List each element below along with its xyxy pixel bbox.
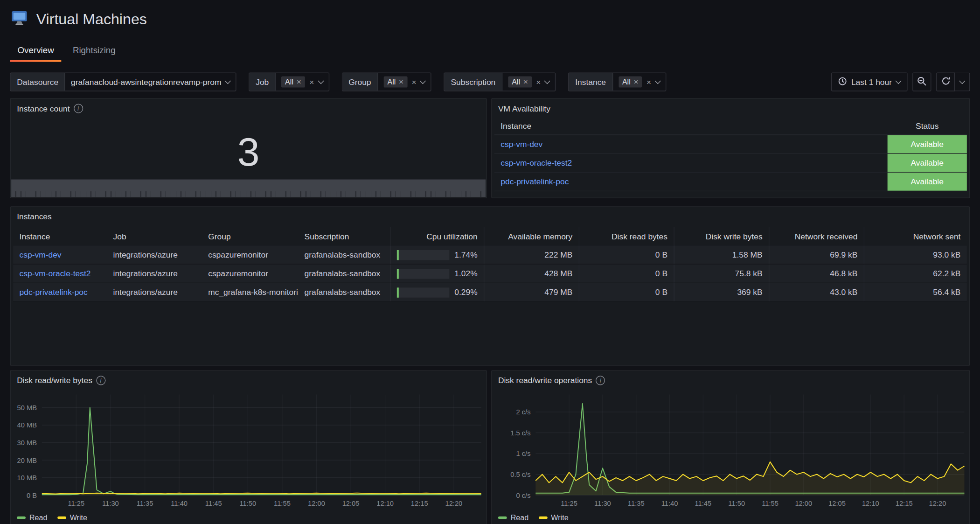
filter-value-chip[interactable]: All × xyxy=(383,76,407,88)
clear-icon[interactable]: × xyxy=(412,78,417,86)
clear-icon[interactable]: × xyxy=(536,78,541,86)
table-header-row: Instance Status xyxy=(494,118,967,135)
clear-icon[interactable]: × xyxy=(646,78,651,86)
tab-overview[interactable]: Overview xyxy=(10,41,61,62)
panel-title[interactable]: Disk read/write bytes xyxy=(17,376,92,385)
legend-item-read[interactable]: Read xyxy=(17,513,47,522)
cpu-bar-fill xyxy=(397,287,399,297)
column-header-instance[interactable]: Instance xyxy=(13,227,107,245)
instance-count-value: 3 xyxy=(11,125,487,179)
refresh-interval-dropdown[interactable] xyxy=(955,72,970,91)
column-header-net-received[interactable]: Network received xyxy=(769,227,864,245)
panel-title[interactable]: VM Availability xyxy=(498,104,550,113)
refresh-icon xyxy=(941,76,950,87)
job-filter[interactable]: Job All × × xyxy=(249,72,329,91)
page-title: Virtual Machines xyxy=(36,11,147,28)
chart-legend: Read Write xyxy=(17,513,87,522)
column-header-group[interactable]: Group xyxy=(202,227,298,245)
svg-text:12:15: 12:15 xyxy=(896,500,913,507)
filter-value-chip[interactable]: All × xyxy=(619,76,642,88)
info-icon[interactable]: i xyxy=(74,104,83,113)
svg-text:20 MB: 20 MB xyxy=(17,457,37,464)
subscription-filter-label: Subscription xyxy=(445,73,502,91)
dashboard-controls: Datasource grafanacloud-awsintegrationre… xyxy=(10,72,970,91)
status-badge: Available xyxy=(888,173,967,191)
column-header-cpu[interactable]: Cpu utilization xyxy=(390,227,484,245)
cell-subscription: grafanalabs-sandbox xyxy=(298,265,390,283)
status-badge: Available xyxy=(888,135,967,153)
subscription-filter[interactable]: Subscription All × × xyxy=(444,72,556,91)
instances-table: Instance Job Group Subscription Cpu util… xyxy=(13,227,967,302)
table-row: pdc-privatelink-poc integrations/azure m… xyxy=(13,283,967,302)
cell-disk-write: 75.8 kB xyxy=(674,265,769,283)
svg-text:12:10: 12:10 xyxy=(862,500,879,507)
panel-disk-bytes: Disk read/write bytes i 50 MB40 MB30 MB2… xyxy=(10,370,487,524)
remove-value-icon[interactable]: × xyxy=(297,78,301,86)
disk-ops-chart[interactable]: 2 c/s1.5 c/s1 c/s0.5 c/s0 c/s11:2511:301… xyxy=(497,390,964,510)
cell-disk-write: 1.58 MB xyxy=(674,246,769,264)
instance-link[interactable]: csp-vm-dev xyxy=(20,250,62,259)
cell-net-received: 69.9 kB xyxy=(769,246,864,264)
time-range-picker[interactable]: Last 1 hour xyxy=(831,72,908,91)
info-icon[interactable]: i xyxy=(96,376,105,385)
instance-filter-label: Instance xyxy=(569,73,613,91)
legend-item-write[interactable]: Write xyxy=(539,513,569,522)
legend-label: Write xyxy=(551,513,568,522)
instance-link[interactable]: pdc-privatelink-poc xyxy=(20,287,88,297)
vm-availability-table: Instance Status csp-vm-dev Available csp… xyxy=(494,118,967,191)
info-icon[interactable]: i xyxy=(596,376,605,385)
zoom-out-button[interactable] xyxy=(912,72,931,91)
column-header-job[interactable]: Job xyxy=(107,227,202,245)
column-header-status[interactable]: Status xyxy=(888,121,967,131)
svg-text:11:40: 11:40 xyxy=(661,500,678,507)
svg-text:10 MB: 10 MB xyxy=(17,474,37,482)
filter-value: All xyxy=(512,77,520,86)
svg-text:11:35: 11:35 xyxy=(628,500,645,507)
remove-value-icon[interactable]: × xyxy=(633,78,638,86)
filter-value-chip[interactable]: All × xyxy=(281,76,305,88)
legend-item-read[interactable]: Read xyxy=(498,513,528,522)
filter-value-chip[interactable]: All × xyxy=(508,76,532,88)
cell-disk-read: 0 B xyxy=(579,265,674,283)
cell-net-sent: 62.2 kB xyxy=(864,265,967,283)
chevron-down-icon xyxy=(895,78,901,84)
instance-link[interactable]: csp-vm-oracle-test2 xyxy=(20,269,91,278)
svg-text:11:40: 11:40 xyxy=(171,500,188,507)
cell-net-sent: 93.0 kB xyxy=(864,246,967,264)
instance-link[interactable]: csp-vm-dev xyxy=(500,140,542,149)
tab-rightsizing[interactable]: Rightsizing xyxy=(65,41,123,62)
time-controls: Last 1 hour xyxy=(831,72,970,91)
group-filter[interactable]: Group All × × xyxy=(341,72,431,91)
column-header-disk-read[interactable]: Disk read bytes xyxy=(579,227,674,245)
instance-link[interactable]: csp-vm-oracle-test2 xyxy=(500,158,572,168)
clear-icon[interactable]: × xyxy=(309,78,314,86)
table-row: csp-vm-dev Available xyxy=(494,135,967,154)
table-row: csp-vm-oracle-test2 Available xyxy=(494,154,967,173)
svg-text:12:10: 12:10 xyxy=(376,500,394,507)
cell-net-sent: 56.4 kB xyxy=(864,283,967,301)
table-row: csp-vm-dev integrations/azure cspazuremo… xyxy=(13,246,967,265)
svg-text:11:45: 11:45 xyxy=(695,500,712,507)
cell-memory: 479 MB xyxy=(484,283,579,301)
refresh-button[interactable] xyxy=(936,72,955,91)
disk-bytes-chart[interactable]: 50 MB40 MB30 MB20 MB10 MB0 B11:2511:3011… xyxy=(15,390,481,510)
column-header-memory[interactable]: Available memory xyxy=(484,227,579,245)
write-series-swatch xyxy=(57,517,66,519)
column-header-subscription[interactable]: Subscription xyxy=(298,227,390,245)
svg-text:12:05: 12:05 xyxy=(828,500,846,507)
panel-title[interactable]: Instance count xyxy=(17,104,70,113)
remove-value-icon[interactable]: × xyxy=(399,78,403,86)
column-header-disk-write[interactable]: Disk write bytes xyxy=(674,227,769,245)
instance-link[interactable]: pdc-privatelink-poc xyxy=(500,177,569,186)
column-header-net-sent[interactable]: Network sent xyxy=(864,227,967,245)
panel-title[interactable]: Instances xyxy=(17,212,52,221)
instance-filter[interactable]: Instance All × × xyxy=(568,72,666,91)
chevron-down-icon xyxy=(225,78,231,84)
panel-title[interactable]: Disk read/write operations xyxy=(498,376,592,385)
datasource-picker[interactable]: Datasource grafanacloud-awsintegrationre… xyxy=(10,72,236,91)
svg-text:11:35: 11:35 xyxy=(137,500,153,507)
column-header-instance[interactable]: Instance xyxy=(494,121,888,131)
cpu-value: 1.74% xyxy=(454,250,478,259)
remove-value-icon[interactable]: × xyxy=(523,78,528,86)
legend-item-write[interactable]: Write xyxy=(57,513,87,522)
